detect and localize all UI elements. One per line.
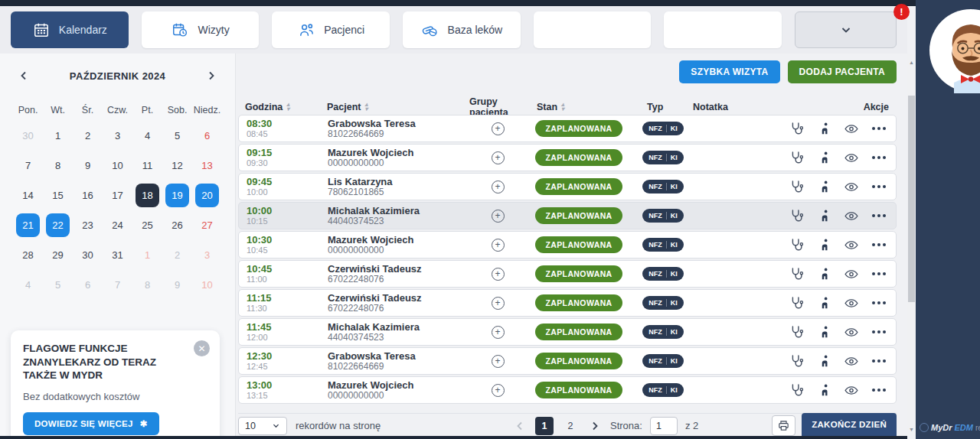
table-row[interactable]: 10:00 10:15 Michalak Kazimiera 440403745… bbox=[238, 202, 897, 229]
calendar-day[interactable]: 31 bbox=[103, 240, 132, 270]
per-page-select[interactable]: 10 bbox=[238, 417, 287, 435]
table-row[interactable]: 12:30 12:45 Grabowska Teresa 81022664669… bbox=[238, 347, 897, 375]
more-actions-icon[interactable] bbox=[871, 266, 887, 281]
page-number[interactable]: 2 bbox=[561, 417, 580, 435]
table-row[interactable]: 10:30 10:45 Mazurek Wojciech 00000000000… bbox=[238, 231, 897, 259]
patient-call-icon[interactable] bbox=[816, 382, 831, 398]
eye-icon[interactable] bbox=[844, 208, 859, 223]
more-actions-icon[interactable] bbox=[871, 237, 887, 252]
eye-icon[interactable] bbox=[844, 266, 859, 281]
calendar-day[interactable]: 28 bbox=[13, 240, 43, 270]
tab-wizyty[interactable]: Wizyty bbox=[142, 11, 260, 48]
table-row[interactable]: 11:45 12:00 Michalak Kazimiera 440403745… bbox=[238, 318, 897, 346]
table-row[interactable]: 10:45 11:00 Czerwiński Tadeusz 670222480… bbox=[238, 260, 897, 288]
more-actions-icon[interactable] bbox=[871, 150, 887, 165]
add-patient-group-icon[interactable]: + bbox=[492, 210, 505, 223]
add-patient-group-icon[interactable]: + bbox=[492, 268, 505, 281]
tab-kalendarz[interactable]: Kalendarz bbox=[11, 11, 129, 48]
tab-empty-slot-1[interactable] bbox=[534, 11, 652, 48]
calendar-day[interactable]: 4 bbox=[132, 121, 162, 151]
stethoscope-icon[interactable] bbox=[789, 353, 804, 369]
tab-empty-slot-2[interactable] bbox=[664, 11, 782, 48]
calendar-day[interactable]: 14 bbox=[13, 180, 43, 210]
calendar-day[interactable]: 30 bbox=[13, 121, 43, 151]
patient-call-icon[interactable] bbox=[816, 266, 831, 281]
column-header-time[interactable]: Godzina▴▾ bbox=[238, 102, 322, 112]
print-button[interactable] bbox=[772, 415, 795, 436]
column-header-patient[interactable]: Pacjent▴▾ bbox=[322, 102, 469, 112]
calendar-day[interactable]: 21 bbox=[13, 210, 43, 240]
scrollbar-thumb[interactable] bbox=[908, 96, 915, 302]
eye-icon[interactable] bbox=[844, 353, 859, 369]
patient-call-icon[interactable] bbox=[816, 324, 831, 340]
calendar-day[interactable]: 8 bbox=[132, 270, 162, 300]
add-patient-button[interactable]: DODAJ PACJENTA bbox=[788, 60, 897, 83]
stethoscope-icon[interactable] bbox=[789, 208, 804, 223]
calendar-day[interactable]: 7 bbox=[103, 270, 132, 300]
patient-call-icon[interactable] bbox=[816, 179, 831, 194]
stethoscope-icon[interactable] bbox=[789, 150, 804, 165]
calendar-day[interactable]: 18 bbox=[132, 180, 162, 210]
calendar-day[interactable]: 5 bbox=[43, 270, 73, 300]
eye-icon[interactable] bbox=[844, 237, 859, 252]
more-actions-icon[interactable] bbox=[871, 295, 887, 311]
more-actions-icon[interactable] bbox=[871, 324, 887, 340]
close-icon[interactable]: ✕ bbox=[194, 340, 210, 356]
stethoscope-icon[interactable] bbox=[789, 237, 804, 252]
page-prev-icon[interactable] bbox=[512, 418, 528, 434]
calendar-day[interactable]: 4 bbox=[13, 270, 43, 300]
page-number[interactable]: 1 bbox=[535, 417, 554, 435]
more-actions-icon[interactable] bbox=[871, 179, 887, 194]
promo-learn-more-button[interactable]: DOWIEDZ SIĘ WIĘCEJ ✱ bbox=[23, 412, 159, 435]
tab-pacjenci[interactable]: Pacjenci bbox=[272, 11, 390, 48]
table-row[interactable]: 11:15 11:30 Czerwiński Tadeusz 670222480… bbox=[238, 289, 897, 317]
add-patient-group-icon[interactable]: + bbox=[492, 297, 505, 310]
calendar-day[interactable]: 30 bbox=[73, 240, 103, 270]
calendar-day[interactable]: 15 bbox=[43, 180, 73, 210]
calendar-day[interactable]: 3 bbox=[103, 121, 132, 151]
eye-icon[interactable] bbox=[844, 179, 859, 194]
add-patient-group-icon[interactable]: + bbox=[492, 151, 505, 164]
patient-call-icon[interactable] bbox=[816, 295, 831, 311]
patient-call-icon[interactable] bbox=[816, 121, 831, 136]
scroll-up-icon[interactable]: ▲ bbox=[907, 57, 916, 67]
stethoscope-icon[interactable] bbox=[789, 179, 804, 194]
add-patient-group-icon[interactable]: + bbox=[492, 239, 505, 252]
column-header-status[interactable]: Stan▴▾ bbox=[524, 102, 632, 112]
calendar-day[interactable]: 17 bbox=[103, 180, 132, 210]
patient-call-icon[interactable] bbox=[816, 353, 831, 369]
add-patient-group-icon[interactable]: + bbox=[492, 122, 505, 135]
calendar-day[interactable]: 25 bbox=[132, 210, 162, 240]
tab-baza-lekow[interactable]: Baza leków bbox=[403, 11, 521, 48]
more-actions-icon[interactable] bbox=[871, 382, 887, 398]
calendar-day[interactable]: 9 bbox=[73, 151, 103, 180]
calendar-day[interactable]: 16 bbox=[73, 180, 103, 210]
calendar-day[interactable]: 1 bbox=[43, 121, 73, 151]
eye-icon[interactable] bbox=[844, 382, 859, 398]
stethoscope-icon[interactable] bbox=[789, 295, 804, 311]
add-patient-group-icon[interactable]: + bbox=[492, 326, 505, 339]
calendar-day[interactable]: 5 bbox=[162, 121, 192, 151]
calendar-day[interactable]: 23 bbox=[73, 210, 103, 240]
calendar-day[interactable]: 11 bbox=[132, 151, 162, 180]
stethoscope-icon[interactable] bbox=[789, 324, 804, 340]
calendar-day[interactable]: 8 bbox=[43, 151, 73, 180]
scroll-down-icon[interactable]: ▼ bbox=[907, 424, 916, 434]
calendar-day[interactable]: 2 bbox=[73, 121, 103, 151]
calendar-day[interactable]: 27 bbox=[192, 210, 222, 240]
calendar-day[interactable]: 13 bbox=[192, 151, 222, 180]
add-patient-group-icon[interactable]: + bbox=[492, 180, 505, 193]
more-actions-icon[interactable] bbox=[871, 353, 887, 369]
stethoscope-icon[interactable] bbox=[789, 266, 804, 281]
calendar-day[interactable]: 2 bbox=[162, 240, 192, 270]
table-row[interactable]: 13:00 13:15 Mazurek Wojciech 00000000000… bbox=[238, 376, 897, 404]
eye-icon[interactable] bbox=[844, 150, 859, 165]
table-row[interactable]: 09:15 09:30 Mazurek Wojciech 00000000000… bbox=[238, 144, 897, 171]
calendar-day[interactable]: 12 bbox=[162, 151, 192, 180]
calendar-day[interactable]: 20 bbox=[192, 180, 222, 210]
avatar[interactable] bbox=[928, 8, 980, 93]
stethoscope-icon[interactable] bbox=[789, 121, 804, 136]
more-actions-icon[interactable] bbox=[871, 121, 887, 136]
calendar-day[interactable]: 19 bbox=[162, 180, 192, 210]
more-modules-dropdown[interactable] bbox=[795, 11, 897, 48]
